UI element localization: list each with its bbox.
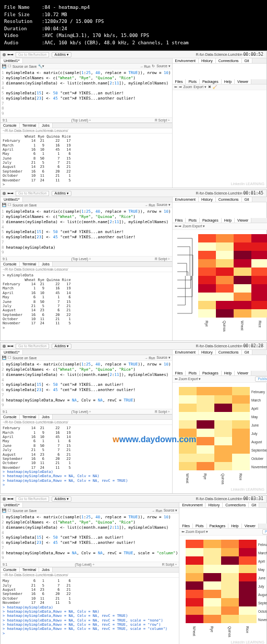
- value: 10.72 MB: [44, 11, 67, 19]
- svg-rect-71: [214, 412, 232, 420]
- svg-rect-42: [234, 301, 251, 309]
- svg-rect-154: [203, 615, 221, 623]
- svg-rect-40: [198, 301, 216, 309]
- svg-rect-90: [197, 445, 214, 454]
- source-tab[interactable]: Untitled1*: [1, 58, 23, 63]
- svg-rect-151: [239, 606, 257, 615]
- clear-icon[interactable]: 🧹: [213, 85, 217, 89]
- svg-rect-41: [216, 301, 234, 309]
- svg-rect-11: [216, 251, 234, 259]
- svg-rect-55: [197, 387, 214, 395]
- svg-rect-66: [214, 404, 232, 412]
- svg-text:April: April: [258, 560, 265, 564]
- main-toolbar: ⬅ ➡ Go to file/function Addins ▾ R-for-D…: [1, 51, 266, 58]
- console-output[interactable]: February 14 21 22 17 March 1 9 16 19 Apr…: [1, 425, 172, 488]
- svg-rect-153: [186, 615, 203, 623]
- source-on-save-check[interactable]: ☐: [8, 64, 11, 68]
- svg-rect-113: [186, 548, 203, 556]
- svg-rect-84: [179, 437, 197, 445]
- svg-rect-82: [232, 429, 250, 437]
- svg-text:Rye: Rye: [204, 321, 209, 327]
- svg-rect-116: [239, 548, 257, 556]
- svg-rect-12: [234, 251, 251, 259]
- code-editor[interactable]: 123456789 mySimpleData <- matrix(c(sampl…: [1, 514, 179, 562]
- git-tab[interactable]: Git: [242, 58, 252, 63]
- svg-rect-95: [197, 454, 214, 462]
- svg-rect-15: [198, 259, 216, 268]
- zoom-button[interactable]: Zoom: [184, 85, 192, 89]
- svg-text:February: February: [258, 543, 267, 547]
- svg-text:March: March: [258, 551, 267, 555]
- packages-tab[interactable]: Packages: [200, 79, 222, 84]
- addins-menu[interactable]: Addins ▾: [52, 52, 71, 57]
- plot-next-icon[interactable]: ➡: [179, 85, 182, 89]
- remove-icon[interactable]: ✖: [208, 85, 211, 89]
- svg-text:Wheat: Wheat: [186, 473, 189, 483]
- svg-rect-33: [251, 284, 267, 293]
- console-tab[interactable]: Console: [1, 123, 20, 128]
- code-editor[interactable]: 123456789 mySimpleData <- matrix(c(sampl…: [1, 208, 172, 256]
- svg-rect-30: [198, 284, 216, 293]
- svg-rect-150: [221, 606, 239, 615]
- svg-rect-32: [234, 284, 251, 293]
- svg-text:Rye: Rye: [203, 473, 207, 480]
- svg-rect-108: [186, 540, 203, 548]
- rerun-icon[interactable]: ↻: [152, 64, 155, 68]
- file-search-input[interactable]: Go to file/function: [16, 52, 49, 57]
- svg-rect-26: [216, 276, 234, 284]
- export-button[interactable]: Export ▾: [193, 85, 207, 89]
- svg-rect-125: [221, 565, 239, 573]
- env-tab[interactable]: Environment: [173, 58, 199, 63]
- connections-tab[interactable]: Connections: [216, 58, 242, 63]
- svg-rect-140: [221, 590, 239, 598]
- svg-rect-100: [197, 462, 214, 470]
- svg-rect-5: [198, 242, 216, 251]
- svg-rect-23: [251, 268, 267, 276]
- ide-screenshot-2: 00:01:45 ⬅➡Go to file/functionAddins ▾R-…: [0, 189, 267, 341]
- files-tab[interactable]: Files: [173, 79, 186, 84]
- nav-fwd-icon[interactable]: ➡: [10, 53, 14, 57]
- value: 1280x720 / 15.000 FPS: [44, 18, 104, 26]
- svg-rect-25: [198, 276, 216, 284]
- plots-tab[interactable]: Plots: [186, 79, 200, 84]
- svg-rect-148: [186, 606, 203, 615]
- svg-text:August: August: [251, 440, 262, 444]
- source-button[interactable]: Source ▾: [156, 64, 170, 68]
- ide-screenshot-4: 00:03:31 ⬅➡Go to file/functionAddins ▾R-…: [0, 495, 267, 644]
- wand-icon[interactable]: 🔧▾: [38, 64, 44, 68]
- label: Resolution: [4, 18, 42, 26]
- timestamp: 00:02:28: [242, 344, 264, 348]
- svg-text:Rice: Rice: [246, 626, 249, 633]
- save-icon[interactable]: 💾: [2, 64, 6, 68]
- svg-text:November: November: [251, 465, 267, 469]
- console-output[interactable]: Wheat Rye Quinoa Rice February 14 21 22 …: [1, 133, 172, 188]
- svg-rect-126: [239, 565, 257, 573]
- console-path: ~/R-for-Data-Science-Lunchbreak-Lessons/: [1, 128, 172, 133]
- svg-rect-79: [179, 429, 197, 437]
- svg-rect-46: [216, 309, 234, 318]
- history-tab[interactable]: History: [199, 58, 216, 63]
- viewer-tab[interactable]: Viewer: [235, 79, 251, 84]
- jobs-tab[interactable]: Jobs: [39, 123, 53, 128]
- svg-rect-76: [214, 420, 232, 429]
- code-editor[interactable]: 123456789 mySimpleData <- matrix(c(sampl…: [1, 69, 172, 117]
- console-output[interactable]: > mySimpleData Wheat Rye Quinoa Rice Feb…: [1, 272, 172, 331]
- svg-rect-141: [239, 590, 257, 598]
- svg-rect-67: [232, 404, 250, 412]
- svg-rect-61: [214, 395, 232, 404]
- help-tab[interactable]: Help: [222, 79, 235, 84]
- terminal-tab[interactable]: Terminal: [20, 123, 39, 128]
- plot-prev-icon[interactable]: ⬅: [174, 85, 177, 89]
- svg-rect-6: [216, 242, 234, 251]
- svg-rect-47: [234, 309, 251, 318]
- timestamp: 00:00:52: [242, 52, 264, 57]
- run-button[interactable]: → Run: [140, 65, 150, 68]
- svg-rect-115: [221, 548, 239, 556]
- console-output[interactable]: May 6 1 1 6 July 21 5 7 21 August 14 23 …: [1, 578, 179, 637]
- svg-rect-7: [234, 242, 251, 251]
- code-editor[interactable]: 123456789 mySimpleData <- matrix(c(sampl…: [1, 361, 172, 409]
- svg-rect-60: [197, 395, 214, 404]
- svg-rect-86: [214, 437, 232, 445]
- svg-rect-22: [234, 268, 251, 276]
- svg-rect-128: [186, 573, 203, 581]
